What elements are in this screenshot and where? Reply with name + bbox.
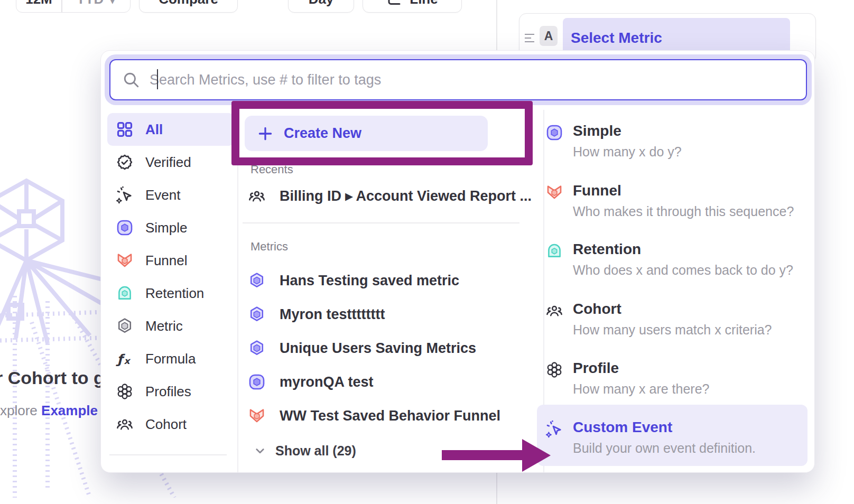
saved-metric-hexagon-icon: [248, 272, 266, 290]
sidebar-item-funnel[interactable]: Funnel: [107, 244, 234, 277]
svg-text:x: x: [124, 356, 131, 366]
metric-list-item[interactable]: WW Test Saved Behavior Funnel: [248, 407, 500, 425]
simple-metric-icon: [116, 219, 134, 237]
saved-metric-hexagon-icon: [248, 339, 266, 357]
range-12m-button[interactable]: 12M: [16, 0, 61, 12]
profiles-flower-icon: [116, 382, 134, 400]
line-chart-icon: [386, 0, 402, 7]
cohort-people-icon: [545, 302, 563, 320]
sidebar-divider: [109, 454, 227, 455]
cohort-people-icon: [116, 415, 134, 433]
range-ytd-button[interactable]: YTD▾: [62, 0, 131, 12]
series-a-badge: A: [540, 26, 558, 46]
retention-icon: [545, 242, 563, 260]
formula-fx-icon: ƒ x: [116, 350, 134, 368]
annotation-arrow-head: [522, 439, 551, 472]
chart-type-line-button[interactable]: Line: [363, 0, 462, 13]
sidebar-item-simple[interactable]: Simple: [107, 211, 234, 244]
annotation-arrow: [442, 450, 523, 460]
sidebar-item-retention[interactable]: Retention: [107, 277, 234, 310]
search-icon: [122, 71, 140, 89]
show-all-toggle[interactable]: Show all (29): [252, 443, 356, 459]
explore-prefix-text: xplore: [0, 403, 41, 418]
granularity-day-button[interactable]: Day: [288, 0, 354, 13]
simple-metric-icon: [545, 124, 563, 142]
chevron-down-icon: [252, 443, 268, 459]
section-divider: [243, 222, 519, 223]
date-range-group: 12M YTD▾: [16, 0, 131, 13]
metric-list-item[interactable]: Unique Users Saving Metrics: [248, 339, 476, 357]
text-caret: [157, 69, 158, 89]
retention-icon: [116, 284, 134, 302]
chevron-down-icon: ▾: [109, 0, 116, 7]
verified-seal-icon: [116, 153, 134, 171]
search-bar: [109, 59, 807, 100]
background-copy: r Cohort to ge xplore Example R: [0, 363, 101, 432]
recent-item-billing-id[interactable]: Billing ID ▸ Account Viewed Report ...: [248, 187, 532, 205]
profiles-flower-icon: [545, 361, 563, 379]
grid-icon: [116, 120, 134, 138]
metric-list-item[interactable]: Hans Testing saved metric: [248, 272, 459, 290]
funnel-icon: [116, 251, 134, 269]
custom-event-cursor-icon: [545, 420, 563, 438]
sidebar-item-cohort[interactable]: Cohort: [107, 408, 234, 441]
metric-list-item[interactable]: myronQA test: [248, 373, 374, 391]
cohort-people-icon: [248, 187, 266, 205]
simple-metric-icon: [248, 373, 266, 391]
search-input[interactable]: [150, 64, 806, 96]
annotation-highlight-box: [231, 101, 533, 165]
sidebar-item-all[interactable]: All: [107, 113, 234, 146]
sidebar-item-verified[interactable]: Verified: [107, 146, 234, 179]
metric-list-item[interactable]: Myron testttttttt: [248, 305, 385, 323]
sidebar-item-event[interactable]: Event: [107, 179, 234, 211]
sidebar-item-formula[interactable]: ƒ x Formula: [107, 342, 234, 375]
funnel-icon: [545, 183, 563, 201]
sidebar-item-metric[interactable]: Metric: [107, 310, 234, 342]
event-cursor-icon: [116, 186, 134, 204]
example-reports-link[interactable]: Example R: [41, 403, 101, 418]
sidebar-item-tags[interactable]: Tags: [107, 462, 234, 473]
drag-handle-icon[interactable]: [524, 33, 535, 43]
saved-metric-hexagon-icon: [248, 305, 266, 323]
metric-hexagon-icon: [116, 317, 134, 335]
empty-state-headline: r Cohort to ge: [0, 368, 101, 388]
tag-icon: [116, 470, 134, 473]
sidebar-item-profiles[interactable]: Profiles: [107, 375, 234, 408]
compare-button[interactable]: Compare: [139, 0, 238, 13]
funnel-icon: [248, 407, 266, 425]
metrics-heading: Metrics: [250, 240, 288, 254]
